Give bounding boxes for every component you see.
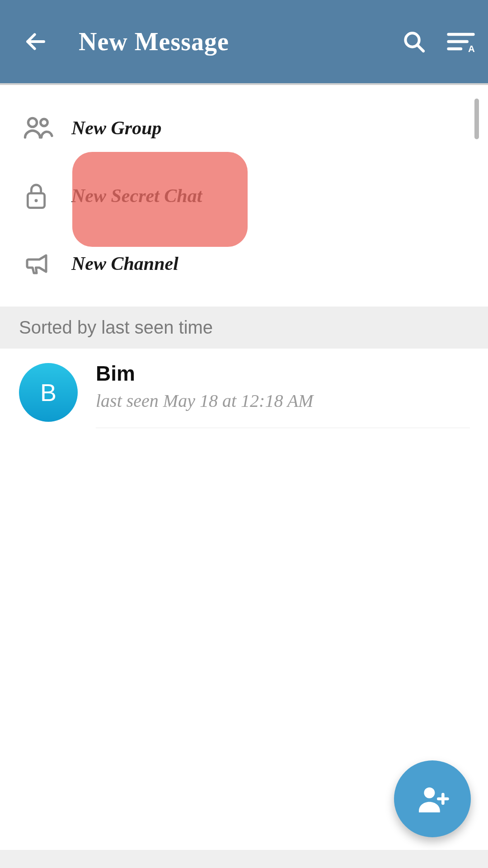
new-channel-label: New Channel — [71, 253, 178, 274]
svg-point-9 — [35, 199, 38, 202]
new-group-option[interactable]: New Group — [0, 94, 488, 162]
new-secret-chat-option[interactable]: New Secret Chat — [0, 162, 488, 230]
scrollbar[interactable] — [474, 99, 479, 139]
svg-line-1 — [418, 45, 423, 51]
search-icon — [401, 29, 427, 54]
new-group-label: New Group — [71, 117, 162, 139]
svg-point-7 — [41, 119, 48, 126]
contact-name: Bim — [96, 361, 470, 386]
search-button[interactable] — [399, 27, 428, 56]
new-options-list: New Group New Secret Chat New Channel — [0, 85, 488, 307]
sort-header: Sorted by last seen time — [0, 307, 488, 349]
contact-status: last seen May 18 at 12:18 AM — [96, 390, 470, 411]
system-bar — [0, 850, 488, 868]
add-contact-fab[interactable] — [394, 760, 471, 837]
screen: New Message A — [0, 0, 488, 868]
sort-alpha-icon: A — [446, 29, 475, 54]
contact-row[interactable]: B Bim last seen May 18 at 12:18 AM — [0, 349, 488, 428]
avatar: B — [19, 363, 78, 422]
page-title: New Message — [79, 27, 399, 56]
sort-button[interactable]: A — [446, 27, 475, 56]
svg-point-6 — [28, 118, 37, 127]
back-button[interactable] — [20, 26, 52, 57]
svg-text:A: A — [468, 43, 475, 54]
header-actions: A — [399, 27, 475, 56]
app-header: New Message A — [0, 0, 488, 85]
person-add-icon — [414, 781, 450, 817]
svg-point-10 — [424, 788, 435, 798]
lock-icon — [22, 179, 71, 212]
new-secret-chat-label: New Secret Chat — [71, 185, 202, 207]
new-channel-option[interactable]: New Channel — [0, 230, 488, 297]
megaphone-icon — [22, 247, 71, 280]
people-icon — [22, 112, 71, 144]
arrow-left-icon — [23, 29, 48, 54]
contact-text: Bim last seen May 18 at 12:18 AM — [96, 357, 470, 428]
